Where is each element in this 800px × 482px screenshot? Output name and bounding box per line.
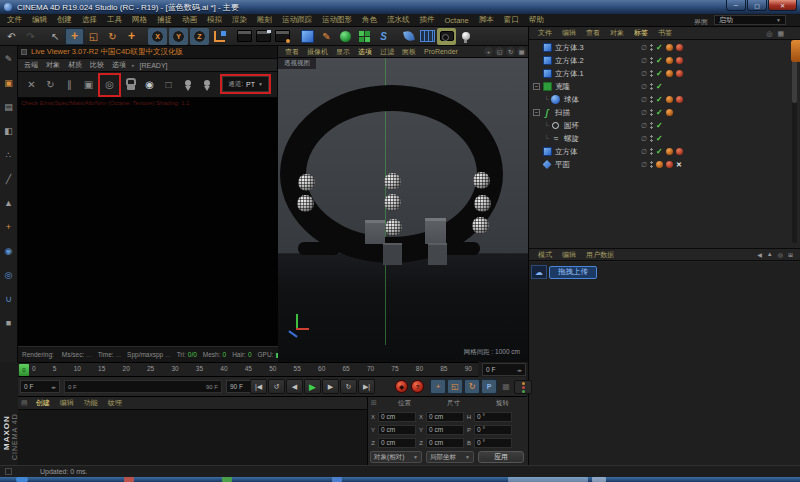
lv-menu-0[interactable]: 云端 bbox=[20, 60, 42, 70]
make-editable-icon[interactable]: ✎ bbox=[2, 52, 16, 66]
coordinate-field[interactable]: 0 cm bbox=[378, 412, 416, 422]
main-menu-1[interactable]: 编辑 bbox=[27, 15, 52, 25]
main-menu-15[interactable]: 插件 bbox=[415, 15, 440, 25]
attr-lock-icon[interactable]: ⊞ bbox=[788, 251, 793, 258]
lv-menu-2[interactable]: 材质 bbox=[64, 60, 86, 70]
enabled-check-icon[interactable]: ✓ bbox=[656, 95, 663, 104]
main-menu-7[interactable]: 动画 bbox=[177, 15, 202, 25]
object-tags[interactable]: ∅✓ bbox=[641, 80, 663, 93]
reset-icon[interactable]: ▣ bbox=[79, 75, 98, 95]
vp-menu-1[interactable]: 摄像机 bbox=[303, 47, 332, 57]
lv-menu-3[interactable]: 比较 bbox=[86, 60, 108, 70]
om-filter-icon[interactable]: ▦ bbox=[777, 30, 784, 38]
object-row[interactable]: └圆环∅✓ bbox=[529, 119, 791, 132]
texture-mode-icon[interactable]: ▤ bbox=[2, 100, 16, 114]
material-tag[interactable] bbox=[676, 70, 683, 77]
object-tags[interactable]: ∅✓ bbox=[641, 41, 683, 54]
om-menu-3[interactable]: 对象 bbox=[605, 28, 629, 38]
pick-material-icon[interactable] bbox=[178, 75, 197, 95]
enabled-check-icon[interactable]: ✓ bbox=[656, 43, 663, 52]
main-menu-2[interactable]: 创建 bbox=[52, 15, 77, 25]
undo-icon[interactable]: ↶ bbox=[2, 28, 21, 45]
vp-menu-2[interactable]: 显示 bbox=[332, 47, 354, 57]
visibility-dots-icon[interactable] bbox=[650, 134, 653, 143]
live-select-icon[interactable]: ↖ bbox=[46, 28, 65, 45]
magnet-icon[interactable]: ∪ bbox=[2, 292, 16, 306]
docked-panel-tab[interactable] bbox=[791, 40, 800, 62]
enable-axis-icon[interactable]: + bbox=[2, 220, 16, 234]
viewport-tab[interactable]: 透视视图 bbox=[278, 58, 316, 69]
object-tags[interactable]: ∅✓ bbox=[641, 93, 683, 106]
main-menu-6[interactable]: 捕捉 bbox=[152, 15, 177, 25]
timeline-ruler[interactable]: 051015202530354045505560657075808590 0 bbox=[18, 362, 478, 377]
minimize-button[interactable]: ─ bbox=[726, 0, 746, 11]
main-menu-5[interactable]: 网格 bbox=[127, 15, 152, 25]
timeline-playhead[interactable]: 0 bbox=[19, 364, 29, 376]
object-row[interactable]: 立方体.3∅✓ bbox=[529, 41, 791, 54]
rotate-view-icon[interactable]: ↻ bbox=[506, 47, 515, 56]
polygons-mode-icon[interactable]: ▲ bbox=[2, 196, 16, 210]
toggle-view-icon[interactable]: ▦ bbox=[517, 47, 526, 56]
pan-view-icon[interactable]: + bbox=[484, 47, 493, 56]
pen-tool-icon[interactable]: ✎ bbox=[317, 28, 336, 45]
mats-menu-2[interactable]: 功能 bbox=[79, 398, 103, 408]
object-tags[interactable]: ∅✓ bbox=[641, 67, 683, 80]
enabled-check-icon[interactable]: ✓ bbox=[656, 82, 663, 91]
attr-back-icon[interactable]: ◀ bbox=[757, 251, 762, 258]
mats-menu-0[interactable]: 创建 bbox=[31, 398, 55, 408]
main-menu-3[interactable]: 选择 bbox=[77, 15, 102, 25]
coordinate-system-icon[interactable] bbox=[210, 28, 229, 45]
pick-object-icon[interactable] bbox=[197, 75, 216, 95]
workplane-mode-icon[interactable]: ◧ bbox=[2, 124, 16, 138]
render-settings-icon[interactable] bbox=[273, 28, 292, 45]
object-tags[interactable]: ∅✓ bbox=[641, 132, 663, 145]
material-tag[interactable] bbox=[676, 148, 683, 155]
vp-menu-0[interactable]: 查看 bbox=[281, 47, 303, 57]
expand-toggle[interactable]: − bbox=[533, 83, 540, 90]
lock-x-axis-icon[interactable]: X bbox=[148, 28, 167, 45]
object-row[interactable]: −ʃ扫描∅✓ bbox=[529, 106, 791, 119]
key-parameter-icon[interactable]: P bbox=[481, 379, 497, 394]
main-menu-13[interactable]: 角色 bbox=[357, 15, 382, 25]
layout-select[interactable]: 启动 ▼ bbox=[714, 15, 786, 25]
mograph-icon[interactable] bbox=[355, 28, 374, 45]
om-menu-0[interactable]: 文件 bbox=[533, 28, 557, 38]
vp-menu-3[interactable]: 选项 bbox=[354, 47, 376, 57]
main-menu-16[interactable]: Octane bbox=[440, 16, 474, 25]
object-tags[interactable]: ∅✓ bbox=[641, 119, 663, 132]
object-tags[interactable]: ∅✓ bbox=[641, 106, 673, 119]
main-menu-9[interactable]: 渲染 bbox=[227, 15, 252, 25]
enabled-check-icon[interactable]: ✓ bbox=[656, 121, 663, 130]
forward-mode-icon[interactable]: ↻ bbox=[340, 379, 357, 394]
enabled-check-icon[interactable]: ✓ bbox=[656, 108, 663, 117]
object-row[interactable]: └球体∅✓ bbox=[529, 93, 791, 106]
object-row[interactable]: 立方体.1∅✓ bbox=[529, 67, 791, 80]
lock-z-axis-icon[interactable]: Z bbox=[190, 28, 209, 45]
material-tag[interactable] bbox=[666, 57, 673, 64]
taskbar-icon[interactable] bbox=[124, 477, 134, 482]
taskbar-icon[interactable] bbox=[592, 477, 606, 482]
spinner-icon[interactable]: ◂▸ bbox=[51, 384, 56, 390]
kernel-icon[interactable]: ✕ bbox=[22, 75, 41, 95]
lv-menu-4[interactable]: 选项 bbox=[108, 60, 130, 70]
coordinate-field[interactable]: 0 ° bbox=[474, 438, 512, 448]
maximize-button[interactable]: ▢ bbox=[747, 0, 767, 11]
model-mode-icon[interactable]: ▣ bbox=[2, 76, 16, 90]
start-frame-field[interactable]: 0 F ◂▸ bbox=[20, 380, 60, 393]
material-tag[interactable] bbox=[666, 161, 673, 168]
om-menu-2[interactable]: 查看 bbox=[581, 28, 605, 38]
vp-menu-6[interactable]: ProRender bbox=[420, 48, 462, 55]
goto-end-icon[interactable]: ▶| bbox=[358, 379, 375, 394]
object-tags[interactable]: ∅✓ bbox=[641, 145, 683, 158]
coordinate-field[interactable]: 0 cm bbox=[426, 412, 464, 422]
coordinate-field[interactable]: 0 cm bbox=[378, 438, 416, 448]
material-tag[interactable] bbox=[676, 57, 683, 64]
attr-menu-2[interactable]: 用户数据 bbox=[581, 250, 619, 260]
object-row[interactable]: 平面∅✕ bbox=[529, 158, 791, 171]
add-cube-icon[interactable] bbox=[298, 28, 317, 45]
visibility-dots-icon[interactable] bbox=[650, 69, 653, 78]
key-pla-icon[interactable]: ▦ bbox=[498, 379, 514, 394]
lock-y-axis-icon[interactable]: Y bbox=[169, 28, 188, 45]
visibility-dots-icon[interactable] bbox=[650, 43, 653, 52]
visibility-dots-icon[interactable] bbox=[650, 121, 653, 130]
